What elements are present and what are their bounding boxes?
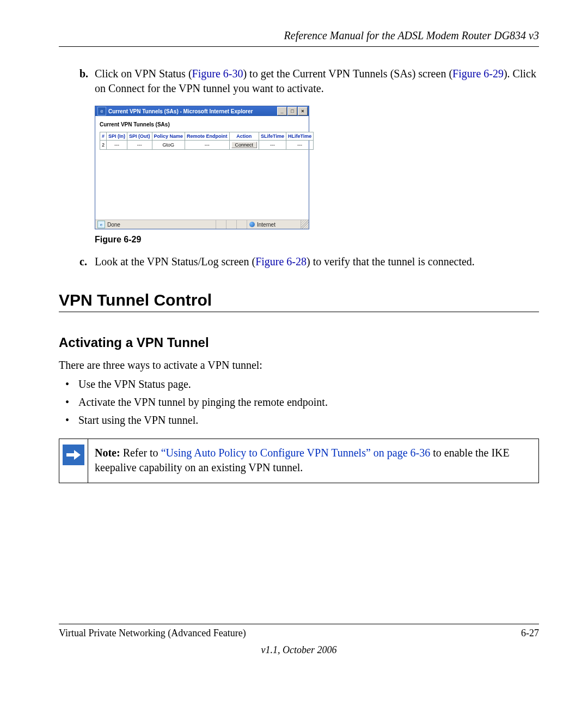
vpn-tunnels-table: # SPI (In) SPI (Out) Policy Name Remote … bbox=[100, 132, 314, 150]
cell-slife: --- bbox=[259, 141, 286, 150]
status-zone-text: Internet bbox=[257, 222, 275, 228]
step-c-body: Look at the VPN Status/Log screen (Figur… bbox=[95, 254, 539, 269]
step-b-label: b. bbox=[79, 66, 95, 96]
list-item: Activate the VPN tunnel by pinging the r… bbox=[59, 395, 539, 410]
close-button[interactable]: × bbox=[298, 107, 308, 115]
note-arrow-icon bbox=[63, 445, 84, 465]
section-heading: VPN Tunnel Control bbox=[59, 291, 539, 312]
col-slife: SLifeTime bbox=[259, 132, 286, 141]
col-spi-out: SPI (Out) bbox=[127, 132, 152, 141]
step-c-t2: ) to verify that the tunnel is connected… bbox=[307, 255, 475, 267]
cell-remote: --- bbox=[185, 141, 230, 150]
minimize-button[interactable]: _ bbox=[277, 107, 287, 115]
col-spi-in: SPI (In) bbox=[107, 132, 127, 141]
step-c: c. Look at the VPN Status/Log screen (Fi… bbox=[79, 254, 539, 269]
cell-hlife: --- bbox=[286, 141, 313, 150]
note-label: Note: bbox=[95, 447, 120, 459]
figure-6-29-link[interactable]: Figure 6-29 bbox=[452, 68, 504, 80]
connect-button[interactable]: Connect bbox=[231, 142, 258, 148]
col-hlife: HLifeTime bbox=[286, 132, 313, 141]
note-before: Refer to bbox=[120, 447, 161, 459]
maximize-button[interactable]: □ bbox=[287, 107, 297, 115]
col-remote: Remote Endpoint bbox=[185, 132, 230, 141]
figure-6-30-link[interactable]: Figure 6-30 bbox=[192, 68, 243, 80]
cell-spi-out: --- bbox=[127, 141, 152, 150]
window-titlebar: e Current VPN Tunnels (SAs) - Microsoft … bbox=[95, 106, 309, 116]
subsection-heading: Activating a VPN Tunnel bbox=[59, 335, 539, 350]
step-b-t2: ) to get the Current VPN Tunnels (SAs) s… bbox=[243, 68, 452, 80]
cell-num: 2 bbox=[100, 141, 107, 150]
done-icon: e bbox=[97, 221, 105, 228]
window-title-text: Current VPN Tunnels (SAs) - Microsoft In… bbox=[108, 108, 253, 114]
figure-6-28-link[interactable]: Figure 6-28 bbox=[255, 255, 307, 267]
col-num: # bbox=[100, 132, 107, 141]
footer-version: v1.1, October 2006 bbox=[59, 644, 539, 656]
panel-heading: Current VPN Tunnels (SAs) bbox=[100, 121, 304, 127]
header-rule bbox=[59, 46, 539, 47]
status-done-text: Done bbox=[107, 222, 120, 228]
cell-spi-in: --- bbox=[107, 141, 127, 150]
table-header-row: # SPI (In) SPI (Out) Policy Name Remote … bbox=[100, 132, 314, 141]
footer-rule bbox=[59, 624, 539, 624]
step-b-body: Click on VPN Status (Figure 6-30) to get… bbox=[95, 66, 539, 96]
col-policy: Policy Name bbox=[152, 132, 185, 141]
internet-zone-icon bbox=[249, 222, 255, 227]
figure-caption: Figure 6-29 bbox=[95, 235, 539, 245]
list-item: Start using the VPN tunnel. bbox=[59, 413, 539, 428]
vpn-tunnels-screenshot: e Current VPN Tunnels (SAs) - Microsoft … bbox=[95, 106, 309, 229]
ie-icon: e bbox=[97, 107, 106, 115]
cell-policy: GtoG bbox=[152, 141, 185, 150]
col-action: Action bbox=[229, 132, 259, 141]
resize-grip[interactable] bbox=[301, 220, 309, 229]
step-c-t1: Look at the VPN Status/Log screen ( bbox=[95, 255, 255, 267]
bullet-list: Use the VPN Status page. Activate the VP… bbox=[59, 377, 539, 428]
step-b: b. Click on VPN Status (Figure 6-30) to … bbox=[79, 66, 539, 96]
note-text: Note: Refer to “Using Auto Policy to Con… bbox=[88, 439, 538, 483]
footer-page-number: 6-27 bbox=[521, 628, 539, 639]
note-link[interactable]: “Using Auto Policy to Configure VPN Tunn… bbox=[161, 447, 431, 459]
note-box: Note: Refer to “Using Auto Policy to Con… bbox=[59, 439, 539, 483]
status-bar: e Done Internet bbox=[95, 220, 309, 229]
step-b-t1: Click on VPN Status ( bbox=[95, 68, 192, 80]
intro-paragraph: There are three ways to activate a VPN t… bbox=[59, 358, 539, 373]
cell-action: Connect bbox=[229, 141, 259, 150]
page-footer: Virtual Private Networking (Advanced Fea… bbox=[59, 624, 539, 656]
page-header: Reference Manual for the ADSL Modem Rout… bbox=[59, 29, 539, 42]
list-item: Use the VPN Status page. bbox=[59, 377, 539, 392]
footer-left: Virtual Private Networking (Advanced Fea… bbox=[59, 628, 246, 639]
table-row: 2 --- --- GtoG --- Connect --- --- bbox=[100, 141, 314, 150]
step-c-label: c. bbox=[79, 254, 95, 269]
